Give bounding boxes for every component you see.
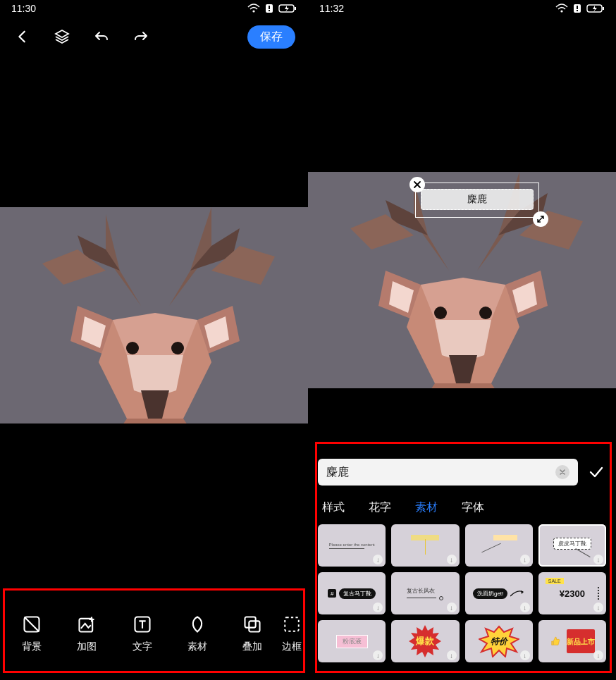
deer-image: [0, 207, 308, 424]
tool-label: 加图: [77, 641, 97, 653]
text-panel-tabs: 样式 花字 素材 字体: [322, 493, 602, 521]
svg-rect-5: [295, 7, 296, 10]
download-icon: ↓: [447, 555, 457, 564]
sticker-label: 粉底液: [336, 635, 368, 648]
svg-rect-2: [269, 6, 270, 9]
sticker-red-burst[interactable]: 爆款 ↓: [391, 620, 459, 662]
sticker-label: 洗面奶get!: [473, 588, 507, 599]
undo-icon: [93, 28, 110, 45]
svg-rect-14: [249, 621, 259, 631]
text-confirm-button[interactable]: [586, 462, 606, 482]
sticker-label: 特价: [491, 636, 507, 648]
overlay-resize-handle[interactable]: [533, 211, 548, 227]
leaf-icon: [187, 614, 207, 634]
canvas-area[interactable]: 麋鹿: [308, 172, 616, 388]
text-input-clear-button[interactable]: [555, 465, 569, 479]
tool-material[interactable]: 素材: [170, 614, 225, 653]
sticker-new-product[interactable]: 新品上市 ↓: [538, 620, 606, 662]
sticker-diagonal-callout[interactable]: ↓: [465, 524, 533, 567]
overlay-icon: [242, 614, 262, 634]
text-input-row: 麋鹿: [318, 458, 606, 486]
svg-rect-18: [577, 6, 578, 9]
undo-button[interactable]: [92, 27, 111, 47]
border-icon: [283, 615, 301, 633]
sticker-yellow-glow-line[interactable]: ↓: [391, 524, 459, 567]
tool-background[interactable]: 背景: [4, 614, 59, 653]
layers-button[interactable]: [52, 27, 72, 47]
tool-add-image[interactable]: 加图: [59, 614, 114, 653]
text-input-field[interactable]: 麋鹿: [318, 459, 578, 486]
tool-border[interactable]: 边框: [280, 614, 304, 653]
chevron-left-icon: [15, 29, 30, 44]
sticker-label: 复古马丁靴: [339, 588, 376, 599]
save-button-label: 保存: [260, 30, 283, 44]
sticker-dashed-label[interactable]: 虞皮马丁靴 ↓: [538, 524, 606, 567]
redo-icon: [133, 28, 149, 45]
svg-rect-19: [577, 10, 578, 11]
download-icon: ↓: [447, 602, 457, 612]
download-icon: ↓: [593, 650, 603, 660]
download-icon: ↓: [373, 650, 383, 660]
check-icon: [588, 464, 605, 481]
sticker-grid: Please enter the content ↓ ↓ ↓ 虞皮马丁靴: [318, 524, 606, 670]
svg-rect-3: [269, 10, 270, 11]
status-bar: 11:32: [308, 0, 616, 17]
text-overlay-content: 麋鹿: [467, 193, 487, 206]
download-icon: ↓: [447, 650, 457, 660]
download-icon: ↓: [520, 555, 530, 564]
tool-label: 文字: [133, 641, 152, 653]
download-icon: ↓: [373, 602, 383, 612]
download-icon: ↓: [593, 555, 603, 564]
resize-icon: [536, 215, 545, 223]
status-icons: [247, 4, 297, 13]
svg-rect-13: [245, 617, 255, 628]
thumbs-up-icon: [550, 635, 561, 648]
download-icon: ↓: [520, 650, 530, 660]
tool-label: 素材: [187, 641, 207, 653]
background-icon: [22, 614, 42, 634]
tool-label: 叠加: [242, 641, 262, 653]
sticker-black-pill-hashtag[interactable]: # 复古马丁靴 ↓: [318, 572, 386, 614]
svg-point-7: [126, 342, 139, 354]
sticker-black-arrow-pill[interactable]: 洗面奶get! ↓: [465, 572, 533, 614]
redo-button[interactable]: [131, 27, 151, 47]
sticker-pink-label[interactable]: 粉底液 ↓: [318, 620, 386, 662]
svg-point-16: [560, 10, 562, 12]
sticker-price-tag[interactable]: SALE ¥2300 ↓: [538, 572, 606, 614]
tool-overlay[interactable]: 叠加: [225, 614, 280, 653]
back-button[interactable]: [13, 27, 32, 47]
download-icon: ↓: [520, 602, 530, 612]
tool-label: 边框: [282, 641, 302, 653]
tab-fancy[interactable]: 花字: [369, 500, 391, 515]
add-image-icon: [77, 614, 97, 634]
tab-material[interactable]: 素材: [415, 500, 438, 515]
download-icon: ↓: [593, 602, 603, 612]
save-button[interactable]: 保存: [247, 25, 295, 49]
sticker-placeholder-line[interactable]: Please enter the content ↓: [318, 524, 386, 567]
svg-point-24: [479, 307, 492, 319]
sim-alert-icon: [264, 4, 274, 13]
sale-label: SALE: [546, 578, 564, 584]
battery-icon: [586, 4, 605, 13]
battery-icon: [278, 4, 297, 13]
tab-style[interactable]: 样式: [322, 500, 345, 515]
close-icon: [559, 469, 566, 476]
overlay-delete-button[interactable]: [409, 177, 425, 192]
editor-top-toolbar: 保存: [0, 17, 308, 56]
tool-text[interactable]: 文字: [114, 614, 169, 653]
text-input-value: 麋鹿: [326, 465, 555, 480]
wifi-icon: [247, 4, 260, 13]
text-overlay[interactable]: 麋鹿: [421, 189, 534, 210]
tab-font[interactable]: 字体: [462, 500, 484, 515]
layers-icon: [54, 28, 70, 45]
sticker-label: 爆款: [416, 635, 434, 648]
svg-point-23: [434, 307, 447, 319]
sticker-line-circle[interactable]: 复古长风衣 ↓: [391, 572, 459, 614]
sticker-yellow-burst-price[interactable]: 特价 ↓: [465, 620, 533, 662]
canvas-area[interactable]: [0, 207, 308, 424]
sticker-label: Please enter the content: [329, 543, 375, 547]
svg-rect-21: [603, 7, 604, 10]
sticker-label: 新品上市: [567, 629, 595, 653]
download-icon: ↓: [373, 555, 383, 564]
sticker-label: 虞皮马丁靴: [553, 538, 591, 550]
